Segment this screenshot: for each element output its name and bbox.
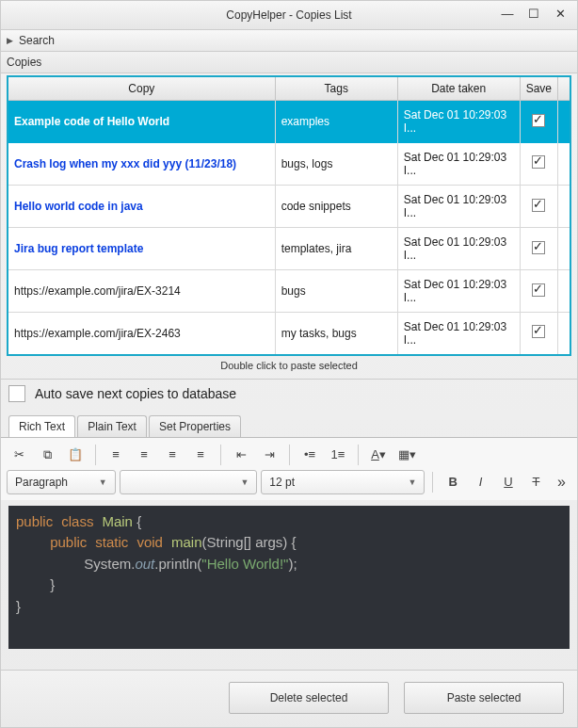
window-title: CopyHelper - Copies List <box>226 8 351 22</box>
autosave-checkbox[interactable] <box>8 385 25 402</box>
tab-rich-text[interactable]: Rich Text <box>8 415 75 437</box>
save-checkbox[interactable] <box>532 155 545 169</box>
cell-save[interactable] <box>520 186 557 228</box>
col-spacer <box>557 76 570 101</box>
chevron-down-icon: ▼ <box>240 477 249 487</box>
maximize-button[interactable]: ☐ <box>521 3 547 24</box>
cell-spacer <box>557 186 570 228</box>
table-row[interactable]: https://example.com/jira/EX-3214bugsSat … <box>8 270 570 313</box>
copy-button[interactable]: ⧉ <box>35 444 59 466</box>
cell-tags: examples <box>275 101 397 143</box>
align-center-button[interactable]: ≡ <box>132 444 156 466</box>
cell-copy: https://example.com/jira/EX-3214 <box>8 270 275 313</box>
table-row[interactable]: Jira bug report templatetemplates, jiraS… <box>8 228 570 270</box>
expand-icon: ▶ <box>7 36 13 45</box>
separator <box>432 472 433 493</box>
cell-date: Sat Dec 01 10:29:03 I... <box>397 143 520 186</box>
titlebar: CopyHelper - Copies List — ☐ ✕ <box>1 1 577 29</box>
cell-copy: https://example.com/jira/EX-2463 <box>8 313 275 355</box>
cell-date: Sat Dec 01 10:29:03 I... <box>397 186 520 228</box>
search-label: Search <box>19 34 55 47</box>
cell-copy: Hello world code in java <box>8 186 275 228</box>
save-checkbox[interactable] <box>532 283 545 297</box>
cell-copy: Crash log when my xxx did yyy (11/23/18) <box>8 143 275 186</box>
align-left-button[interactable]: ≡ <box>104 444 128 466</box>
col-save[interactable]: Save <box>520 76 557 101</box>
indent-button[interactable]: ⇥ <box>257 444 281 466</box>
separator <box>358 445 359 465</box>
font-family-dropdown[interactable]: ▼ <box>120 470 258 494</box>
outdent-button[interactable]: ⇤ <box>229 444 253 466</box>
table-row[interactable]: Example code of Hello WorldexamplesSat D… <box>8 101 570 143</box>
col-tags[interactable]: Tags <box>275 76 397 101</box>
italic-button[interactable]: I <box>469 471 492 493</box>
cell-tags: bugs <box>275 270 397 313</box>
font-color-button[interactable]: A▾ <box>366 444 391 466</box>
bold-button[interactable]: B <box>441 471 464 493</box>
cell-save[interactable] <box>520 270 557 313</box>
cut-button[interactable]: ✂ <box>7 444 31 466</box>
paste-selected-button[interactable]: Paste selected <box>404 682 564 714</box>
cell-copy: Example code of Hello World <box>8 101 275 143</box>
copies-table: Copy Tags Date taken Save Example code o… <box>7 75 571 356</box>
strike-button[interactable]: T <box>524 471 548 493</box>
cell-date: Sat Dec 01 10:29:03 I... <box>397 313 520 355</box>
number-list-button[interactable]: 1≡ <box>326 444 350 466</box>
cell-tags: templates, jira <box>275 228 397 270</box>
align-justify-button[interactable]: ≡ <box>188 444 213 466</box>
section-label: Copies <box>1 52 577 73</box>
cell-spacer <box>557 101 570 143</box>
save-checkbox[interactable] <box>532 241 545 254</box>
more-button[interactable]: » <box>552 474 571 491</box>
separator <box>220 445 221 465</box>
delete-selected-button[interactable]: Delete selected <box>229 682 389 714</box>
paragraph-label: Paragraph <box>15 476 68 489</box>
paragraph-dropdown[interactable]: Paragraph▼ <box>7 470 116 494</box>
table-row[interactable]: Hello world code in javacode snippetsSat… <box>8 186 570 228</box>
code-editor[interactable]: public class Main { public static void m… <box>8 506 570 650</box>
font-size-label: 12 pt <box>269 476 295 489</box>
tab-set-properties[interactable]: Set Properties <box>149 415 241 437</box>
cell-save[interactable] <box>520 228 557 270</box>
save-checkbox[interactable] <box>532 325 545 338</box>
autosave-label: Auto save next copies to database <box>35 386 236 401</box>
cell-tags: code snippets <box>275 186 397 228</box>
minimize-button[interactable]: — <box>494 3 521 24</box>
table-row[interactable]: Crash log when my xxx did yyy (11/23/18)… <box>8 143 570 186</box>
separator <box>95 445 96 465</box>
close-button[interactable]: ✕ <box>547 3 573 24</box>
cell-save[interactable] <box>520 313 557 355</box>
cell-copy: Jira bug report template <box>8 228 275 270</box>
cell-date: Sat Dec 01 10:29:03 I... <box>397 270 520 313</box>
highlight-button[interactable]: ▦▾ <box>394 444 419 466</box>
align-right-button[interactable]: ≡ <box>160 444 185 466</box>
cell-spacer <box>557 143 570 186</box>
cell-spacer <box>557 313 570 355</box>
underline-button[interactable]: U <box>496 471 520 493</box>
paste-button[interactable]: 📋 <box>63 444 88 466</box>
tab-plain-text[interactable]: Plain Text <box>77 415 147 437</box>
cell-save[interactable] <box>520 143 557 186</box>
chevron-down-icon: ▼ <box>409 477 417 487</box>
cell-tags: bugs, logs <box>275 143 397 186</box>
cell-save[interactable] <box>520 101 557 143</box>
save-checkbox[interactable] <box>532 114 545 127</box>
col-date[interactable]: Date taken <box>397 76 520 101</box>
cell-date: Sat Dec 01 10:29:03 I... <box>397 228 520 270</box>
table-row[interactable]: https://example.com/jira/EX-2463my tasks… <box>8 313 570 355</box>
font-size-dropdown[interactable]: 12 pt▼ <box>261 470 425 494</box>
cell-spacer <box>557 270 570 313</box>
chevron-down-icon: ▼ <box>99 477 107 487</box>
bullet-list-button[interactable]: •≡ <box>297 444 322 466</box>
cell-tags: my tasks, bugs <box>275 313 397 355</box>
cell-spacer <box>557 228 570 270</box>
hint-text: Double click to paste selected <box>1 356 577 379</box>
col-copy[interactable]: Copy <box>8 76 275 101</box>
cell-date: Sat Dec 01 10:29:03 I... <box>397 101 520 143</box>
save-checkbox[interactable] <box>532 199 545 212</box>
separator <box>289 445 290 465</box>
search-panel[interactable]: ▶ Search <box>1 29 577 52</box>
